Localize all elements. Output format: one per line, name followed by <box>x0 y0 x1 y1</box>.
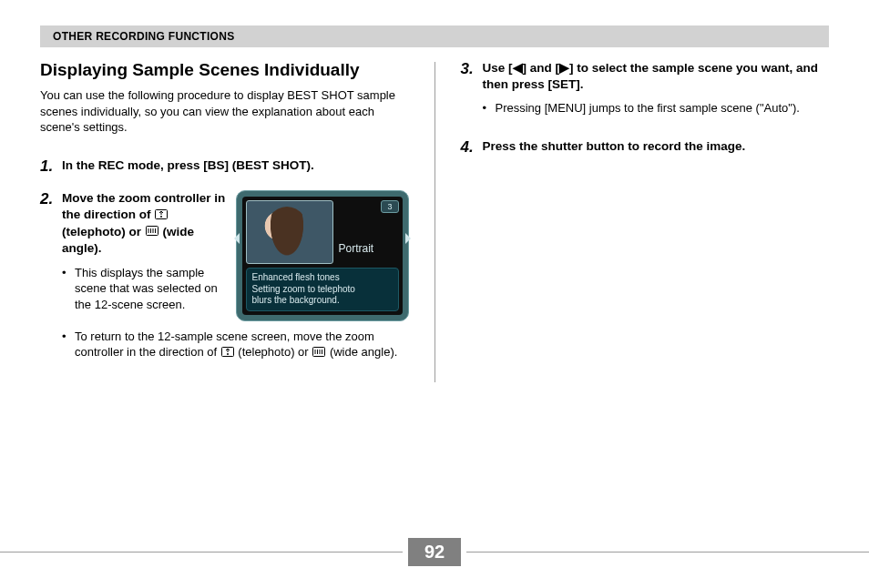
section-header: OTHER RECORDING FUNCTIONS <box>40 25 829 47</box>
step-number: 2. <box>40 190 62 368</box>
step-3: 3. Use [◀] and [▶] to select the sample … <box>461 60 830 124</box>
step-title: In the REC mode, press [BS] (BEST SHOT). <box>62 157 409 174</box>
preview-screen: 3 Portrait Enhanced flesh tones Setting … <box>242 197 403 315</box>
step-title: Use [◀] and [▶] to select the sample sce… <box>483 60 830 93</box>
preview-frame: 3 Portrait Enhanced flesh tones Setting … <box>236 190 409 321</box>
prev-arrow-icon <box>234 233 240 244</box>
page-footer: 92 <box>0 538 869 566</box>
svg-rect-9 <box>313 347 325 356</box>
section-header-text: OTHER RECORDING FUNCTIONS <box>53 30 235 43</box>
wide-angle-icon <box>312 345 325 361</box>
list-item: • To return to the 12-sample scene scree… <box>62 329 409 361</box>
footer-rule <box>466 552 869 553</box>
list-item: • Pressing [MENU] jumps to the first sam… <box>483 100 830 117</box>
wide-angle-icon <box>146 224 158 240</box>
step-number: 3. <box>461 60 483 124</box>
svg-point-1 <box>160 216 162 218</box>
left-column: Displaying Sample Scenes Individually Yo… <box>40 60 409 382</box>
svg-point-8 <box>227 353 229 355</box>
telephoto-icon <box>221 345 234 361</box>
right-column: 3. Use [◀] and [▶] to select the sample … <box>461 60 830 382</box>
scene-name-label: Portrait <box>337 242 399 264</box>
page-title: Displaying Sample Scenes Individually <box>40 60 409 80</box>
bullet-icon: • <box>483 100 496 117</box>
step-4: 4. Press the shutter button to record th… <box>461 138 830 157</box>
column-divider <box>434 62 435 382</box>
step-1: 1. In the REC mode, press [BS] (BEST SHO… <box>40 157 409 176</box>
step-number: 1. <box>40 157 62 176</box>
step-3-sublist: • Pressing [MENU] jumps to the first sam… <box>483 100 830 117</box>
page-number-badge: 92 <box>408 538 461 566</box>
steps-left: 1. In the REC mode, press [BS] (BEST SHO… <box>40 157 409 369</box>
telephoto-icon <box>155 208 168 224</box>
portrait-photo <box>246 200 333 264</box>
list-item: • This displays the sample scene that wa… <box>62 265 227 313</box>
step-number: 4. <box>461 138 483 157</box>
next-arrow-icon <box>405 233 411 244</box>
step-2-sublist-2: • To return to the 12-sample scene scree… <box>62 329 409 361</box>
manual-page: OTHER RECORDING FUNCTIONS Displaying Sam… <box>0 0 869 588</box>
sample-scene-preview: 3 Portrait Enhanced flesh tones Setting … <box>236 190 409 321</box>
svg-rect-2 <box>146 227 158 236</box>
step-title: Press the shutter button to record the i… <box>483 138 830 155</box>
steps-right: 3. Use [◀] and [▶] to select the sample … <box>461 60 830 157</box>
scene-index-badge: 3 <box>381 200 398 213</box>
step-2: 2. Move the zoom controller in the direc… <box>40 190 409 368</box>
intro-paragraph: You can use the following procedure to d… <box>40 87 409 136</box>
step-title: Move the zoom controller in the directio… <box>62 190 227 258</box>
scene-caption: Enhanced flesh tones Setting zoom to tel… <box>246 268 399 311</box>
bullet-icon: • <box>62 265 75 313</box>
footer-rule <box>0 552 403 553</box>
content-columns: Displaying Sample Scenes Individually Yo… <box>40 60 829 382</box>
step-2-sublist: • This displays the sample scene that wa… <box>62 265 227 313</box>
bullet-icon: • <box>62 329 75 361</box>
